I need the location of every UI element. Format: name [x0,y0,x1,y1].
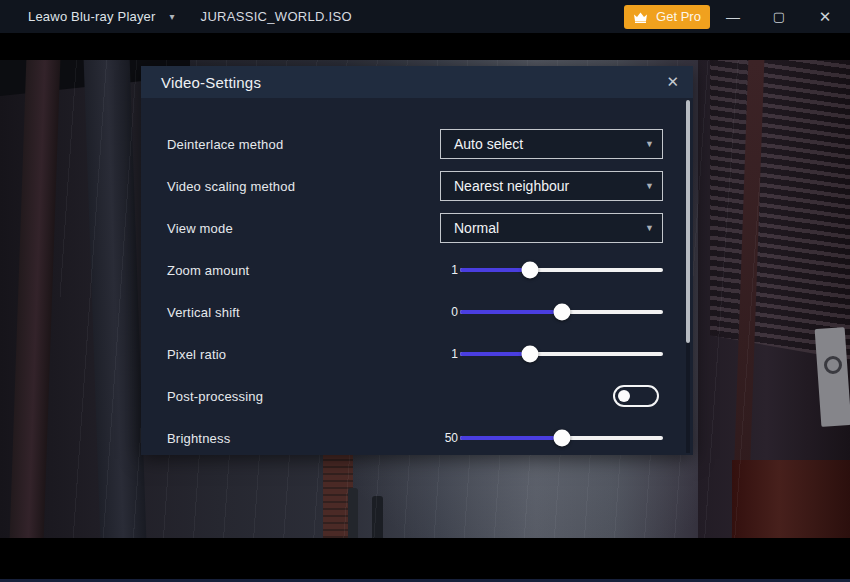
get-pro-label: Get Pro [656,9,701,24]
setting-row-zoom-amount: Zoom amount 1 [141,249,693,291]
loaded-file-name: JURASSIC_WORLD.ISO [201,9,352,24]
slider-knob[interactable] [553,304,570,321]
app-menu-label[interactable]: Leawo Blu-ray Player [28,9,156,24]
dropdown-value: Auto select [454,136,523,152]
chevron-down-icon: ▼ [645,139,654,149]
setting-row-pixel-ratio: Pixel ratio 1 [141,333,693,375]
slider-knob[interactable] [522,262,539,279]
get-pro-button[interactable]: Get Pro [624,5,710,29]
slider-knob[interactable] [553,430,570,447]
dialog-header: Video-Settings ✕ [141,66,693,98]
chevron-down-icon: ▼ [645,181,654,191]
setting-label: View mode [167,221,233,236]
backdrop-street-sign [815,327,850,427]
dialog-title: Video-Settings [161,74,261,91]
dialog-body: Deinterlace method Auto select ▼ Video s… [141,98,693,455]
backdrop-sign-symbol [824,356,842,374]
chevron-down-icon: ▼ [645,223,654,233]
zoom-amount-slider[interactable] [460,268,663,272]
slider-value: 1 [426,347,458,361]
slider-fill [460,310,562,314]
slider-fill [460,436,562,440]
titlebar-controls: Get Pro — ▢ ✕ [624,0,850,33]
minimize-button[interactable]: — [710,0,756,33]
dialog-scrollbar-thumb[interactable] [686,100,690,343]
backdrop-left-pole [10,60,61,538]
slider-value: 0 [426,305,458,319]
post-processing-toggle[interactable] [613,385,659,407]
slider-value: 50 [426,431,458,445]
dialog-close-icon[interactable]: ✕ [666,73,679,91]
slider-knob[interactable] [522,346,539,363]
maximize-button[interactable]: ▢ [756,0,802,33]
window-close-button[interactable]: ✕ [802,0,848,33]
setting-label: Deinterlace method [167,137,283,152]
setting-row-brightness: Brightness 50 [141,417,693,455]
setting-row-view-mode: View mode Normal ▼ [141,207,693,249]
vertical-shift-slider[interactable] [460,310,663,314]
toggle-knob [618,390,630,402]
slider-fill [460,352,530,356]
setting-row-deinterlace-method: Deinterlace method Auto select ▼ [141,123,693,165]
setting-label: Post-processing [167,389,263,404]
setting-label: Brightness [167,431,230,446]
dropdown-value: Nearest neighbour [454,178,569,194]
setting-label: Vertical shift [167,305,240,320]
brightness-slider[interactable] [460,436,663,440]
dialog-scrollbar-track[interactable] [686,100,690,453]
dropdown-value: Normal [454,220,499,236]
view-mode-dropdown[interactable]: Normal ▼ [440,213,663,243]
setting-row-post-processing: Post-processing [141,375,693,417]
crown-icon [633,11,648,23]
video-settings-dialog: Video-Settings ✕ Deinterlace method Auto… [141,66,693,455]
setting-label: Pixel ratio [167,347,226,362]
video-scaling-method-dropdown[interactable]: Nearest neighbour ▼ [440,171,663,201]
deinterlace-method-dropdown[interactable]: Auto select ▼ [440,129,663,159]
app-menu-caret-icon[interactable]: ▾ [170,11,175,22]
setting-row-vertical-shift: Vertical shift 0 [141,291,693,333]
titlebar: Leawo Blu-ray Player ▾ JURASSIC_WORLD.IS… [0,0,850,33]
slider-fill [460,268,530,272]
setting-label: Zoom amount [167,263,249,278]
setting-label: Video scaling method [167,179,295,194]
slider-value: 1 [426,263,458,277]
pixel-ratio-slider[interactable] [460,352,663,356]
setting-row-video-scaling-method: Video scaling method Nearest neighbour ▼ [141,165,693,207]
